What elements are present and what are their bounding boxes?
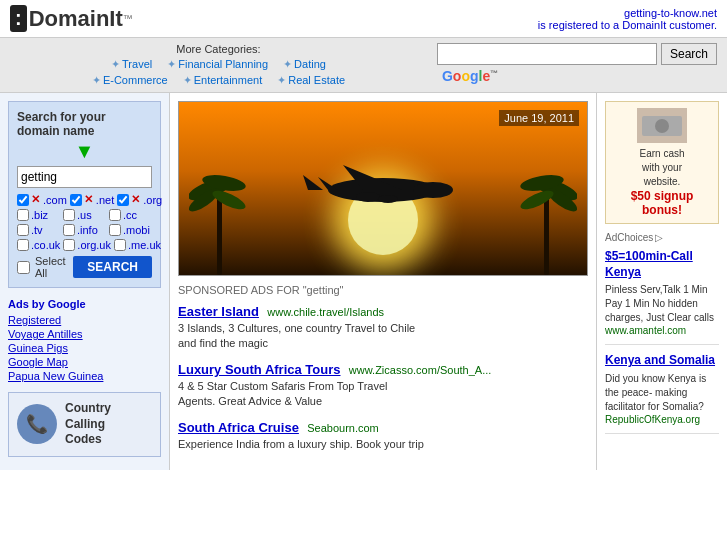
- header-registered: getting-to-know.net is registered to a D…: [538, 7, 717, 31]
- center-ad-1-desc: 3 Islands, 3 Cultures, one country Trave…: [178, 321, 588, 352]
- nav-link-entertainment[interactable]: ✦Entertainment: [183, 74, 262, 87]
- center-ad-2-desc: 4 & 5 Star Custom Safaris From Top Trave…: [178, 379, 588, 410]
- right-ad-2-desc: Did you know Kenya is the peace- making …: [605, 372, 719, 414]
- ext-tv[interactable]: .tv: [17, 224, 60, 236]
- domain-search-button[interactable]: SEARCH: [73, 256, 152, 278]
- domain-name-input[interactable]: [17, 166, 152, 188]
- nav-link-ecommerce[interactable]: ✦E-Commerce: [92, 74, 168, 87]
- ext-cc-checkbox[interactable]: [109, 209, 121, 221]
- ext-couk-checkbox[interactable]: [17, 239, 29, 251]
- ext-mobi[interactable]: .mobi: [109, 224, 152, 236]
- svg-point-11: [378, 195, 398, 203]
- earn-cash-image: [637, 108, 687, 143]
- ext-biz-checkbox[interactable]: [17, 209, 29, 221]
- header: : DomainIt™ getting-to-know.net is regis…: [0, 0, 727, 38]
- ext-net[interactable]: ✕.net: [70, 193, 114, 206]
- center-ad-1-title[interactable]: Easter Island: [178, 304, 259, 319]
- main-content: Search for your domain name ▼ ✕.com ✕.ne…: [0, 93, 727, 470]
- navbar: More Categories: ✦Travel ✦Financial Plan…: [0, 38, 727, 93]
- right-ad-2: Kenya and Somalia Did you know Kenya is …: [605, 353, 719, 434]
- ext-row-1: ✕.com ✕.net ✕.org: [17, 193, 152, 206]
- right-ad-2-url: RepublicOfKenya.org: [605, 414, 719, 425]
- sidebar-ad-papua[interactable]: Papua New Guinea: [8, 370, 161, 382]
- ext-us-checkbox[interactable]: [63, 209, 75, 221]
- logo-text: DomainIt: [29, 6, 123, 32]
- down-arrow-icon: ▼: [17, 140, 152, 163]
- ext-meuk-checkbox[interactable]: [114, 239, 126, 251]
- right-ad-1-url: www.amantel.com: [605, 325, 719, 336]
- ext-net-checkbox[interactable]: [70, 194, 82, 206]
- earn-cash-text: Earn cashwith yourwebsite.: [612, 147, 712, 189]
- sidebar-ad-guinea[interactable]: Guinea Pigs: [8, 342, 161, 354]
- sidebar-ad-googlemap[interactable]: Google Map: [8, 356, 161, 368]
- select-all-row: Select All SEARCH: [17, 255, 152, 279]
- ext-biz[interactable]: .biz: [17, 209, 60, 221]
- ext-tv-checkbox[interactable]: [17, 224, 29, 236]
- center-content: June 19, 2011 SPONSORED ADS FOR "getting…: [170, 93, 597, 470]
- google-search-button[interactable]: Search: [661, 43, 717, 65]
- palm-left-icon: [189, 145, 249, 275]
- nav-row-2: ✦E-Commerce ✦Entertainment ✦Real Estate: [10, 74, 427, 87]
- logo-tm: ™: [123, 13, 133, 24]
- sponsored-ads-title: SPONSORED ADS FOR "getting": [178, 284, 588, 296]
- search-bar-row: Search: [437, 43, 717, 65]
- ext-meuk[interactable]: .me.uk: [114, 239, 161, 251]
- nav-link-realestate[interactable]: ✦Real Estate: [277, 74, 345, 87]
- nav-link-financial[interactable]: ✦Financial Planning: [167, 58, 268, 71]
- svg-marker-9: [318, 177, 338, 190]
- domain-search-title-line1: Search for your: [17, 110, 106, 124]
- ext-couk[interactable]: .co.uk: [17, 239, 60, 251]
- right-sidebar: Earn cashwith yourwebsite. $50 signup bo…: [597, 93, 727, 470]
- google-search-input[interactable]: [437, 43, 657, 65]
- domain-search-title-line2: domain name: [17, 124, 94, 138]
- nav-link-travel[interactable]: ✦Travel: [111, 58, 152, 71]
- select-all-checkbox[interactable]: [17, 261, 30, 274]
- ext-cc[interactable]: .cc: [109, 209, 152, 221]
- ext-org[interactable]: ✕.org: [117, 193, 162, 206]
- select-all-label: Select All: [35, 255, 68, 279]
- domain-search-box: Search for your domain name ▼ ✕.com ✕.ne…: [8, 101, 161, 288]
- ext-com[interactable]: ✕.com: [17, 193, 67, 206]
- center-ad-2: Luxury South Africa Tours www.Zicasso.co…: [178, 362, 588, 410]
- nav-row-1: ✦Travel ✦Financial Planning ✦Dating: [10, 58, 427, 71]
- ext-org-checkbox[interactable]: [117, 194, 129, 206]
- svg-point-6: [413, 182, 453, 198]
- center-ad-1-url: www.chile.travel/Islands: [267, 306, 384, 318]
- svg-marker-7: [303, 175, 323, 190]
- right-ad-1-desc: Pinless Serv,Talk 1 Min Pay 1 Min No hid…: [605, 283, 719, 325]
- ads-by-google-title: Ads by Google: [8, 298, 161, 310]
- logo-box: :: [10, 5, 27, 32]
- center-ad-3-title[interactable]: South Africa Cruise: [178, 420, 299, 435]
- ext-orguk[interactable]: .org.uk: [63, 239, 111, 251]
- country-calling-text: CountryCallingCodes: [65, 401, 111, 448]
- ext-mobi-checkbox[interactable]: [109, 224, 121, 236]
- ext-com-checkbox[interactable]: [17, 194, 29, 206]
- earn-cash-bonus: $50 signup bonus!: [612, 189, 712, 217]
- center-ad-1: Easter Island www.chile.travel/Islands 3…: [178, 304, 588, 352]
- sidebar-ad-registered[interactable]: Registered: [8, 314, 161, 326]
- country-calling-box[interactable]: 📞 CountryCallingCodes: [8, 392, 161, 457]
- right-ad-1-title[interactable]: $5=100min-Call Kenya: [605, 249, 719, 280]
- center-ad-3: South Africa Cruise Seabourn.com Experie…: [178, 420, 588, 452]
- logo-area: : DomainIt™: [10, 5, 133, 32]
- nav-link-dating[interactable]: ✦Dating: [283, 58, 326, 71]
- ext-us[interactable]: .us: [63, 209, 106, 221]
- phone-icon: 📞: [17, 404, 57, 444]
- center-ad-2-title[interactable]: Luxury South Africa Tours: [178, 362, 341, 377]
- svg-point-19: [655, 119, 669, 133]
- svg-point-10: [356, 192, 380, 202]
- sidebar-ad-voyage[interactable]: Voyage Antilles: [8, 328, 161, 340]
- google-logo: Google™: [442, 68, 498, 84]
- adchoices-icon: ▷: [655, 232, 663, 243]
- svg-point-16: [518, 187, 556, 213]
- left-sidebar: Search for your domain name ▼ ✕.com ✕.ne…: [0, 93, 170, 470]
- nav-links: More Categories: ✦Travel ✦Financial Plan…: [10, 43, 427, 87]
- plane-icon: [293, 145, 473, 225]
- ext-info[interactable]: .info: [63, 224, 106, 236]
- ext-orguk-checkbox[interactable]: [63, 239, 75, 251]
- right-ad-2-title[interactable]: Kenya and Somalia: [605, 353, 719, 369]
- ext-row-4: .co.uk .org.uk .me.uk: [17, 239, 152, 251]
- ext-info-checkbox[interactable]: [63, 224, 75, 236]
- google-tm-icon: ™: [490, 69, 498, 78]
- more-categories-label: More Categories:: [10, 43, 427, 55]
